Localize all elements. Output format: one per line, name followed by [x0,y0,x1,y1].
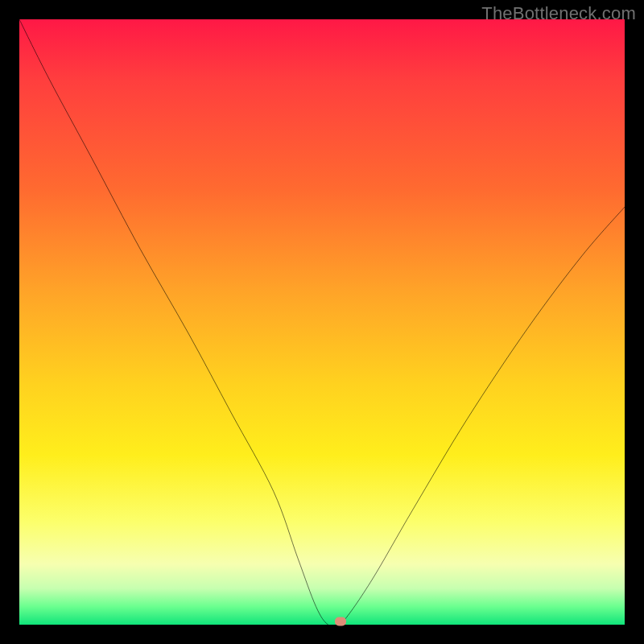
bottleneck-gradient-background [19,19,625,625]
chart-frame: TheBottleneck.com [0,0,644,644]
axis-border-bottom [0,625,644,644]
watermark-text: TheBottleneck.com [481,3,636,24]
axis-border-left [0,0,19,644]
optimal-point-marker [335,617,346,626]
axis-border-right [625,0,644,644]
